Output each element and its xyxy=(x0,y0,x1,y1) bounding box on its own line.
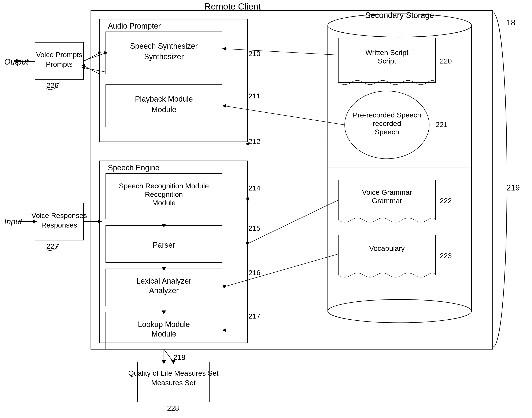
svg-rect-0 xyxy=(0,0,532,418)
written-script-label: Written Script xyxy=(365,48,409,57)
svg-text:Responses: Responses xyxy=(41,221,77,229)
pre-recorded-label: Pre-recorded Speech xyxy=(353,111,421,119)
ref-221: 221 xyxy=(436,120,448,128)
speech-recognition-label: Speech Recognition Module xyxy=(119,182,209,190)
svg-text:Measures Set: Measures Set xyxy=(151,379,196,387)
parser-label: Parser xyxy=(153,241,175,249)
ref-217: 217 xyxy=(248,312,261,320)
svg-text:Module: Module xyxy=(151,330,176,338)
ref-212: 212 xyxy=(248,137,261,145)
ref-215: 215 xyxy=(248,224,261,232)
ref-219: 219 xyxy=(506,183,520,192)
secondary-storage-label: Secondary Storage xyxy=(365,11,434,20)
voice-grammar-label: Voice Grammar xyxy=(362,188,412,196)
speech-synthesizer-label: Speech Synthesizer xyxy=(130,42,198,50)
ref-222: 222 xyxy=(440,197,452,205)
voice-responses-label: Voice Responses xyxy=(32,211,87,220)
lexical-analyzer-label: Lexical Analyzer xyxy=(136,277,191,285)
vocabulary-label: Vocabulary xyxy=(369,244,405,252)
playback-module-label2: Module xyxy=(151,105,176,114)
playback-module-label: Playback Module xyxy=(135,95,193,103)
ref-226: 226 xyxy=(46,81,59,89)
svg-point-16 xyxy=(328,300,472,323)
speech-engine-label: Speech Engine xyxy=(108,163,159,172)
svg-text:recorded: recorded xyxy=(373,119,401,128)
quality-of-life-label: Quality of Life Measures Set xyxy=(128,369,219,377)
svg-text:Prompts: Prompts xyxy=(46,60,73,68)
svg-text:Grammar: Grammar xyxy=(372,197,402,205)
speech-synthesizer-label2: Synthesizer xyxy=(144,52,184,61)
ref-220: 220 xyxy=(440,57,452,65)
voice-prompts-label: Voice Prompts xyxy=(36,51,82,59)
svg-text:Script: Script xyxy=(378,57,396,65)
svg-text:Recognition: Recognition xyxy=(145,190,183,198)
ref-223: 223 xyxy=(440,252,452,260)
ref-18: 18 xyxy=(506,18,515,27)
audio-prompter-label: Audio Prompter xyxy=(108,22,161,30)
ref-211: 211 xyxy=(248,92,261,100)
ref-214: 214 xyxy=(248,184,261,192)
ref-228: 228 xyxy=(167,404,179,412)
svg-text:Speech: Speech xyxy=(375,128,399,136)
ref-218: 218 xyxy=(173,353,185,361)
svg-text:Analyzer: Analyzer xyxy=(149,286,179,295)
lookup-module-label: Lookup Module xyxy=(138,320,190,329)
ref-227: 227 xyxy=(46,242,59,250)
svg-text:Module: Module xyxy=(152,199,176,207)
remote-client-label: Remote Client xyxy=(204,1,261,12)
ref-216: 216 xyxy=(248,268,261,277)
